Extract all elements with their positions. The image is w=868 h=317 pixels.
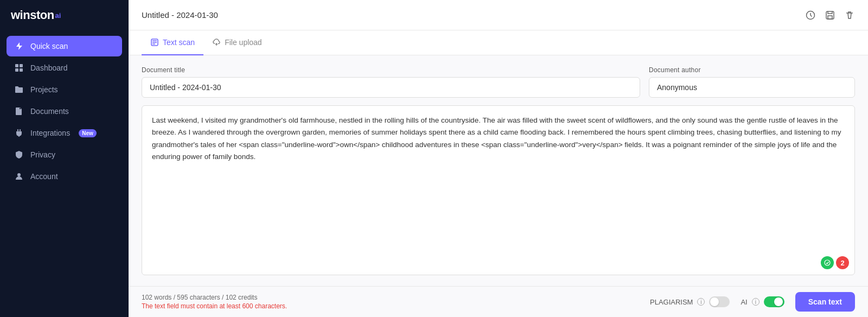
sidebar-item-label: Account bbox=[30, 172, 58, 181]
svg-rect-5 bbox=[20, 129, 21, 131]
document-textarea[interactable]: Last weekend, I visited my grandmother's… bbox=[142, 106, 854, 275]
sidebar-item-projects[interactable]: Projects bbox=[7, 79, 122, 100]
scan-button[interactable]: Scan text bbox=[795, 292, 855, 312]
red-badge: 2 bbox=[836, 256, 849, 269]
svg-rect-6 bbox=[18, 135, 20, 137]
sidebar-item-label: Privacy bbox=[30, 150, 55, 159]
ai-info-icon[interactable]: i bbox=[752, 298, 760, 306]
ai-toggle[interactable] bbox=[764, 296, 784, 307]
footer-right: PLAGIARISM i AI i Scan text bbox=[650, 292, 855, 312]
green-badge bbox=[821, 256, 834, 269]
logo-suffix: ai bbox=[55, 11, 61, 20]
plagiarism-info-icon[interactable]: i bbox=[697, 298, 705, 306]
plagiarism-label: PLAGIARISM bbox=[650, 298, 693, 306]
plagiarism-toggle[interactable] bbox=[709, 296, 730, 307]
grid-icon bbox=[14, 63, 24, 73]
tab-file-upload[interactable]: File upload bbox=[203, 30, 271, 55]
text-icon bbox=[150, 38, 159, 47]
tab-label: File upload bbox=[225, 38, 262, 47]
ai-toggle-group: AI i bbox=[741, 296, 784, 307]
svg-rect-2 bbox=[15, 68, 18, 72]
svg-rect-4 bbox=[17, 129, 18, 131]
title-group: Document title bbox=[142, 66, 640, 98]
clock-icon[interactable] bbox=[805, 10, 816, 21]
svg-rect-0 bbox=[15, 64, 18, 67]
title-input[interactable] bbox=[142, 77, 640, 98]
svg-rect-1 bbox=[20, 64, 23, 67]
sidebar-item-integrations[interactable]: Integrations New bbox=[7, 123, 122, 143]
sidebar-item-label: Integrations bbox=[30, 129, 70, 137]
svg-point-11 bbox=[825, 260, 830, 265]
textarea-badges: 2 bbox=[821, 256, 849, 269]
svg-point-7 bbox=[17, 173, 21, 176]
folder-icon bbox=[14, 85, 24, 94]
sidebar-item-documents[interactable]: Documents bbox=[7, 101, 122, 122]
main-content: Untitled - 2024-01-30 Text scan File u bbox=[129, 0, 868, 317]
file-icon bbox=[14, 106, 24, 116]
toggle-knob bbox=[774, 297, 783, 306]
title-label: Document title bbox=[142, 66, 640, 74]
footer: 102 words / 595 characters / 102 credits… bbox=[129, 286, 868, 317]
form-row: Document title Document author bbox=[142, 66, 855, 98]
error-text: The text field must contain at least 600… bbox=[142, 302, 287, 310]
page-header: Untitled - 2024-01-30 bbox=[129, 0, 868, 30]
plug-icon bbox=[14, 128, 24, 138]
plagiarism-toggle-group: PLAGIARISM i bbox=[650, 296, 730, 307]
sidebar-item-privacy[interactable]: Privacy bbox=[7, 144, 122, 165]
sidebar-item-quick-scan[interactable]: Quick scan bbox=[7, 36, 122, 56]
tab-label: Text scan bbox=[163, 38, 195, 47]
author-group: Document author bbox=[649, 66, 855, 98]
save-icon[interactable] bbox=[825, 10, 835, 21]
sidebar: winstonai Quick scan Dashboard Projects bbox=[0, 0, 129, 317]
svg-rect-3 bbox=[20, 68, 23, 72]
content-area: Document title Document author Last week… bbox=[129, 55, 868, 286]
header-actions bbox=[805, 10, 855, 21]
lightning-icon bbox=[14, 41, 24, 51]
sidebar-item-account[interactable]: Account bbox=[7, 166, 122, 187]
sidebar-item-label: Dashboard bbox=[30, 64, 68, 72]
shield-icon bbox=[14, 150, 24, 160]
logo: winstonai bbox=[0, 0, 129, 30]
document-textarea-container: Last weekend, I visited my grandmother's… bbox=[142, 105, 855, 275]
sidebar-item-dashboard[interactable]: Dashboard bbox=[7, 58, 122, 78]
tab-bar: Text scan File upload bbox=[129, 30, 868, 55]
author-input[interactable] bbox=[649, 77, 855, 98]
new-badge: New bbox=[79, 129, 97, 137]
sidebar-item-label: Documents bbox=[30, 107, 69, 116]
sidebar-item-label: Quick scan bbox=[30, 42, 68, 50]
cloud-upload-icon bbox=[212, 38, 221, 47]
sidebar-nav: Quick scan Dashboard Projects Documents bbox=[0, 30, 129, 317]
ai-label: AI bbox=[741, 298, 747, 306]
sidebar-item-label: Projects bbox=[30, 85, 58, 94]
trash-icon[interactable] bbox=[844, 10, 855, 21]
word-count: 102 words / 595 characters / 102 credits bbox=[142, 294, 287, 301]
author-label: Document author bbox=[649, 66, 855, 74]
user-icon bbox=[14, 172, 24, 181]
tab-text-scan[interactable]: Text scan bbox=[142, 30, 203, 55]
footer-left: 102 words / 595 characters / 102 credits… bbox=[142, 294, 287, 310]
toggle-knob bbox=[710, 297, 719, 306]
page-title: Untitled - 2024-01-30 bbox=[142, 10, 218, 20]
logo-text: winston bbox=[11, 8, 54, 22]
svg-rect-9 bbox=[826, 11, 834, 19]
